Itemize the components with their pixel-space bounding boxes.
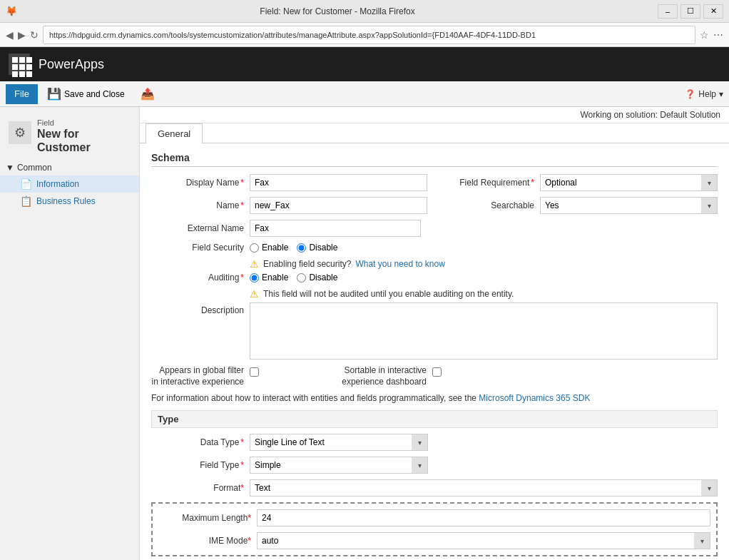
field-security-row: Field Security Enable Disable — [151, 243, 718, 253]
sortable-checkbox[interactable] — [432, 367, 442, 377]
auditing-field: Auditing* Enable Disable — [151, 273, 718, 282]
auditing-enable-radio[interactable] — [250, 273, 259, 282]
browser-controls: – ☐ ✕ — [658, 4, 723, 19]
field-security-radio-group: Enable Disable — [250, 243, 337, 253]
field-security-link[interactable]: What you need to know — [355, 259, 444, 269]
help-chevron-icon: ▾ — [719, 89, 723, 99]
display-name-input[interactable] — [250, 174, 427, 191]
warning-icon: ⚠ — [250, 258, 259, 270]
field-security-disable-label[interactable]: Disable — [297, 243, 337, 253]
searchable-select[interactable]: Yes No — [540, 197, 718, 214]
field-security-enable-radio[interactable] — [250, 243, 259, 253]
app-header: PowerApps — [0, 47, 729, 81]
max-length-label: Maximum Length* — [158, 513, 251, 523]
format-label: Format* — [151, 483, 244, 493]
auditing-disable-radio[interactable] — [297, 273, 306, 282]
appears-checkbox[interactable] — [250, 367, 259, 377]
entity-header: ⚙ Field New for Customer — [0, 113, 139, 160]
sdk-link[interactable]: Microsoft Dynamics 365 SDK — [479, 393, 590, 403]
field-type-label: Field Type* — [151, 460, 244, 470]
searchable-wrapper: Yes No ▾ — [540, 197, 718, 214]
auditing-disable-label[interactable]: Disable — [297, 273, 337, 282]
external-name-input[interactable] — [250, 220, 421, 237]
dashed-box: Maximum Length* IME Mode* auto active in… — [151, 502, 718, 556]
bookmark-icon[interactable]: ☆ — [700, 29, 709, 41]
display-name-label: Display Name* — [151, 178, 244, 188]
format-row: Format* Text Email URL Phone Ticker Symb… — [151, 479, 718, 497]
field-security-enable-label[interactable]: Enable — [250, 243, 288, 253]
schema-section-header: Schema — [151, 152, 718, 167]
save-close-label: Save and Close — [64, 89, 125, 99]
sidebar-item-business-rules[interactable]: 📋 Business Rules — [0, 193, 139, 210]
browser-favicon: 🦊 — [6, 6, 17, 16]
content-area: Working on solution: Default Solution Ge… — [140, 107, 729, 560]
sidebar: ⚙ Field New for Customer ▼ Common 📄 Info… — [0, 107, 140, 560]
field-security-disable-radio[interactable] — [297, 243, 306, 253]
forward-icon[interactable]: ▶ — [18, 29, 26, 41]
searchable-field: Searchable Yes No ▾ — [442, 197, 718, 214]
auditing-label: Auditing* — [151, 273, 244, 282]
field-security-warning-text: Enabling field security? — [263, 259, 351, 269]
main-layout: ⚙ Field New for Customer ▼ Common 📄 Info… — [0, 107, 729, 560]
group-arrow-icon: ▼ — [6, 163, 14, 173]
description-textarea[interactable] — [250, 302, 718, 360]
field-security-label: Field Security — [151, 243, 244, 253]
publish-button[interactable]: 📤 — [134, 84, 161, 104]
description-label: Description — [151, 302, 244, 315]
auditing-warning-row: ⚠ This field will not be audited until y… — [250, 288, 718, 300]
waffle-icon[interactable] — [9, 54, 30, 75]
browser-titlebar: 🦊 Field: New for Customer - Mozilla Fire… — [0, 0, 729, 23]
entity-name: New for Customer — [37, 127, 131, 154]
close-button[interactable]: ✕ — [703, 4, 723, 19]
publish-icon: 📤 — [141, 87, 155, 101]
data-type-wrapper: Single Line of Text Multiple Lines of Te… — [250, 434, 428, 451]
external-name-field: External Name — [151, 220, 718, 237]
auditing-row: Auditing* Enable Disable — [151, 273, 718, 282]
field-type-field: Field Type* Simple Calculated Rollup ▾ — [151, 457, 718, 474]
menu-icon[interactable]: ⋯ — [713, 29, 723, 41]
ime-mode-wrapper: auto active inactive disabled ▾ — [257, 532, 710, 549]
help-button[interactable]: ❓ Help ▾ — [685, 89, 723, 99]
tab-general[interactable]: General — [146, 123, 203, 143]
description-row: Description — [151, 302, 718, 360]
sidebar-group-common[interactable]: ▼ Common — [0, 160, 139, 175]
data-type-select[interactable]: Single Line of Text Multiple Lines of Te… — [250, 434, 428, 451]
minimize-button[interactable]: – — [658, 4, 678, 19]
auditing-warning-text: This field will not be audited until you… — [263, 289, 514, 299]
sidebar-item-information[interactable]: 📄 Information — [0, 175, 139, 193]
info-link-row: For information about how to interact wi… — [151, 393, 718, 403]
format-select[interactable]: Text Email URL Phone Ticker Symbol — [250, 479, 718, 497]
name-field: Name* — [151, 197, 427, 214]
field-type-select[interactable]: Simple Calculated Rollup — [250, 457, 428, 474]
max-length-row: Maximum Length* — [158, 509, 710, 526]
external-name-row: External Name — [151, 220, 718, 237]
ribbon: File 💾 Save and Close 📤 ❓ Help ▾ — [0, 81, 729, 107]
maximize-button[interactable]: ☐ — [680, 4, 700, 19]
external-name-label: External Name — [151, 223, 244, 233]
name-input[interactable] — [250, 197, 427, 214]
auditing-radio-group: Enable Disable — [250, 273, 337, 282]
field-requirement-select[interactable]: Optional Business Recommended Business R… — [540, 174, 718, 191]
field-requirement-wrapper: Optional Business Recommended Business R… — [540, 174, 718, 191]
ime-mode-row: IME Mode* auto active inactive disabled … — [158, 532, 710, 549]
back-icon[interactable]: ◀ — [6, 29, 14, 41]
address-input[interactable] — [43, 26, 695, 44]
auditing-enable-label[interactable]: Enable — [250, 273, 288, 282]
sidebar-info-icon: 📄 — [20, 178, 32, 190]
max-length-input[interactable] — [257, 509, 710, 526]
save-close-button[interactable]: 💾 Save and Close — [41, 84, 131, 104]
field-type-wrapper: Simple Calculated Rollup ▾ — [250, 457, 428, 474]
display-name-field: Display Name* — [151, 174, 427, 191]
entity-label: Field — [37, 118, 131, 127]
appears-label: Appears in global filter in interactive … — [151, 365, 244, 387]
ime-mode-label: IME Mode* — [158, 536, 251, 546]
ime-mode-select[interactable]: auto active inactive disabled — [257, 532, 710, 549]
display-name-row: Display Name* Field Requirement* Optiona… — [151, 174, 718, 191]
file-button[interactable]: File — [6, 84, 38, 104]
reload-icon[interactable]: ↻ — [30, 29, 39, 41]
tab-bar: General — [140, 123, 729, 143]
info-text: For information about how to interact wi… — [151, 393, 476, 403]
save-close-icon: 💾 — [47, 87, 61, 101]
data-type-row: Data Type* Single Line of Text Multiple … — [151, 434, 718, 451]
format-wrapper: Text Email URL Phone Ticker Symbol ▾ — [250, 479, 718, 497]
